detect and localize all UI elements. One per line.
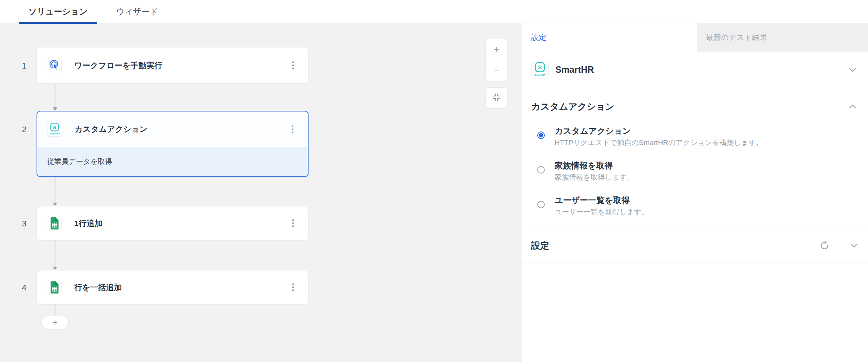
step-4-number: 4: [17, 283, 32, 293]
tab-solution-label: ソリューション: [28, 6, 87, 17]
radio-unselected-icon[interactable]: [537, 201, 545, 208]
manual-run-click-icon: [47, 58, 62, 73]
fit-to-screen-button[interactable]: [485, 87, 508, 108]
settings-section-title: 設定: [531, 240, 549, 252]
step-3-number: 3: [17, 219, 32, 229]
option-title: 家族情報を取得: [555, 160, 634, 171]
option-title: ユーザー一覧を取得: [555, 195, 649, 206]
option-description: HTTPリクエストで独自のSmartHRのアクションを構築します。: [555, 137, 763, 148]
settings-section-header[interactable]: 設定: [522, 229, 868, 263]
tab-wizard[interactable]: ウィザード: [116, 0, 158, 23]
connector-arrow: [55, 177, 55, 203]
smarthr-app-icon: S SmartHR: [47, 122, 62, 137]
panel-tab-bar: 設定 最新のテスト結果: [522, 23, 868, 52]
step-3-menu-kebab-icon[interactable]: [288, 216, 298, 231]
app-selector-row[interactable]: S SmartHR SmartHR: [522, 52, 868, 88]
tab-wizard-label: ウィザード: [116, 6, 158, 17]
refresh-icon[interactable]: [820, 241, 830, 250]
svg-text:S: S: [53, 125, 57, 130]
custom-action-section-header[interactable]: カスタムアクション: [522, 88, 868, 125]
divider: [522, 263, 868, 263]
step-card-add-row[interactable]: 1行追加: [37, 206, 309, 240]
svg-text:SmartHR: SmartHR: [50, 132, 60, 135]
option-title: カスタムアクション: [555, 125, 763, 137]
collapse-fit-icon: [492, 92, 501, 104]
panel-tab-latest-test-result-label: 最新のテスト結果: [706, 32, 767, 43]
connector-line: [55, 304, 55, 316]
step-2-title: カスタムアクション: [75, 124, 147, 134]
zoom-out-button[interactable]: −: [486, 60, 507, 81]
chevron-down-icon[interactable]: [848, 65, 857, 75]
action-option-get-user-list[interactable]: ユーザー一覧を取得 ユーザー一覧を取得します。: [537, 195, 850, 217]
tab-solution[interactable]: ソリューション: [19, 0, 97, 23]
step-4-title: 行を一括追加: [74, 282, 122, 293]
radio-selected-icon[interactable]: [537, 131, 545, 139]
step-2-number: 2: [17, 125, 32, 134]
chevron-down-icon[interactable]: [849, 241, 859, 250]
settings-panel: 設定 最新のテスト結果 S SmartHR SmartHR カスタムアクション …: [522, 23, 868, 362]
add-step-button[interactable]: +: [41, 316, 69, 329]
google-sheets-icon: [47, 280, 62, 295]
custom-action-section-title: カスタムアクション: [531, 101, 614, 113]
panel-tab-settings[interactable]: 設定: [522, 23, 697, 52]
svg-text:SmartHR: SmartHR: [534, 74, 546, 77]
step-3-title: 1行追加: [74, 218, 102, 229]
plus-icon: +: [494, 44, 499, 55]
zoom-in-button[interactable]: +: [486, 39, 507, 60]
connector-arrow: [55, 84, 55, 107]
panel-tab-settings-label: 設定: [531, 32, 546, 43]
step-1-number: 1: [17, 61, 32, 71]
step-1-title: ワークフローを手動実行: [74, 60, 162, 71]
svg-text:S: S: [538, 64, 542, 70]
workflow-canvas[interactable]: 1 2 3 4 ワークフローを手動実行 S SmartHR: [0, 23, 522, 362]
plus-icon: +: [52, 317, 58, 328]
step-2-menu-kebab-icon[interactable]: [287, 122, 298, 137]
app-name: SmartHR: [555, 64, 594, 75]
radio-unselected-icon[interactable]: [537, 166, 545, 174]
chevron-up-icon[interactable]: [848, 102, 857, 112]
panel-tab-latest-test-result[interactable]: 最新のテスト結果: [697, 23, 868, 52]
google-sheets-icon: [47, 216, 62, 231]
step-card-manual-run[interactable]: ワークフローを手動実行: [37, 47, 309, 84]
step-card-custom-action[interactable]: S SmartHR カスタムアクション 従業員データを取得: [37, 111, 309, 177]
connector-arrow: [55, 240, 55, 267]
option-description: 家族情報を取得します。: [555, 172, 634, 183]
step-1-menu-kebab-icon[interactable]: [288, 58, 298, 73]
action-option-custom-action[interactable]: カスタムアクション HTTPリクエストで独自のSmartHRのアクションを構築し…: [537, 125, 850, 148]
step-card-bulk-add-rows[interactable]: 行を一括追加: [37, 270, 309, 304]
smarthr-app-icon: S SmartHR: [531, 61, 549, 78]
active-tab-underline: [19, 22, 97, 24]
minus-icon: −: [494, 64, 499, 76]
action-option-get-family-info[interactable]: 家族情報を取得 家族情報を取得します。: [537, 160, 850, 183]
top-header: ソリューション ウィザード: [0, 0, 868, 23]
step-2-subtitle: 従業員データを取得: [37, 147, 308, 176]
option-description: ユーザー一覧を取得します。: [555, 207, 649, 217]
step-4-menu-kebab-icon[interactable]: [288, 280, 298, 295]
zoom-controls: + −: [485, 39, 508, 81]
